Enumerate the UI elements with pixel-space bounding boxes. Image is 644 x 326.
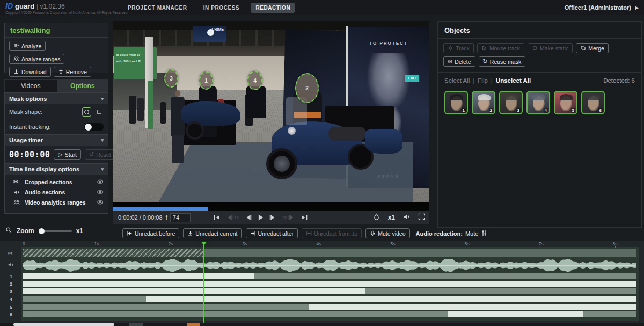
timeline-segment-dark[interactable]	[23, 304, 309, 310]
section-mask-options[interactable]: Mask options▾	[5, 93, 108, 104]
objects-title: Objects	[438, 22, 641, 39]
object-thumbnails: 123456	[438, 89, 641, 117]
target-icon	[448, 45, 453, 51]
player-controls: 0:00:02 / 0:00:08 f 10 10 x1	[113, 211, 429, 224]
object-thumbnail-2[interactable]: 2	[472, 91, 495, 114]
timeline-segment-dark[interactable]	[23, 296, 146, 302]
unredact-before-button[interactable]: Unredact before	[122, 228, 179, 238]
user-menu[interactable]: Officer1 (Administrator) ▶	[565, 0, 639, 15]
mask-shape-circle-button[interactable]	[82, 107, 91, 117]
volume-icon[interactable]	[403, 213, 410, 222]
playhead-handle[interactable]	[201, 242, 207, 245]
delete-button[interactable]: ⊗Delete	[443, 56, 475, 67]
unselect-all-link[interactable]: Unselect All	[496, 77, 531, 84]
skip-to-start-button[interactable]	[214, 214, 221, 221]
audio-waveform[interactable]	[23, 258, 636, 274]
nav-tab-in-process[interactable]: IN PROCESS	[199, 3, 244, 13]
exit-sign: EXIT	[405, 75, 419, 82]
timeline-segment-light[interactable]	[146, 296, 636, 302]
thumbnail-number: 2	[489, 108, 493, 113]
zoom-slider-knob[interactable]	[39, 228, 45, 234]
timeline-segment-light[interactable]	[309, 304, 636, 310]
mask-shape-square-button[interactable]	[94, 107, 104, 117]
analyze-button[interactable]: Analyze	[9, 41, 46, 51]
visibility-eye-icon[interactable]	[97, 199, 104, 206]
frame-forward-button[interactable]	[269, 214, 276, 221]
download-button[interactable]: Download	[9, 67, 51, 77]
timer-reset-button[interactable]: ↺Reset	[85, 149, 115, 160]
timeline-segment-dark[interactable]	[254, 273, 636, 279]
timeline-segment-dark[interactable]	[583, 311, 636, 317]
timeline-segment-solid[interactable]	[203, 249, 636, 257]
mask-opacity-droplet-icon[interactable]	[373, 213, 380, 222]
timeline-playhead[interactable]	[203, 244, 204, 323]
track-row-number: 2	[10, 281, 12, 287]
frame-number-input[interactable]	[170, 213, 191, 222]
back-10-frames-button[interactable]: 10	[226, 214, 239, 221]
timeline-segment-hatch[interactable]	[23, 249, 203, 257]
tab-options[interactable]: Options	[57, 79, 109, 92]
people-icon	[13, 199, 21, 206]
visibility-eye-icon[interactable]	[97, 178, 104, 185]
forward-10-frames-button[interactable]: 10	[282, 214, 295, 221]
merge-button[interactable]: Merge	[576, 43, 609, 53]
audio-filter-sliders-icon[interactable]	[481, 229, 487, 237]
face-mask-1[interactable]: 1	[199, 71, 213, 90]
timeline-segment-dark[interactable]	[365, 288, 636, 294]
track-button[interactable]: Track	[443, 43, 474, 53]
object-thumbnail-1[interactable]: 1	[444, 91, 468, 114]
unredact-current-button[interactable]: Unredact current	[183, 228, 241, 238]
thumbnail-number: 6	[598, 108, 603, 113]
video-viewport[interactable]: at could your ciwith 100 free LP CRIME T…	[113, 21, 429, 207]
face-mask-3[interactable]: 3	[164, 69, 178, 88]
timer-value: 00:00:00	[9, 150, 50, 160]
face-mask-2[interactable]: 2	[295, 73, 319, 103]
object-thumbnail-5[interactable]: 5	[554, 91, 577, 114]
remove-button[interactable]: Remove	[54, 67, 91, 77]
nav-tab-redaction[interactable]: REDACTION	[251, 3, 295, 13]
mute-video-button[interactable]: Mute video	[365, 228, 409, 238]
selection-row: Select All | Flip | Unselect All Detecte…	[438, 73, 641, 89]
timeline-segment-light[interactable]	[23, 281, 636, 287]
unredact-after-button[interactable]: Unredact after	[246, 228, 298, 238]
mask-shape-label: Mask shape:	[9, 108, 42, 115]
delete-circle-icon: ⊗	[448, 59, 452, 64]
face-mask-4[interactable]: 4	[247, 71, 262, 90]
app-logo: IDguard | v1.02.36 Copyright ©2020 Panas…	[5, 2, 127, 15]
logo-text: guard	[15, 2, 34, 10]
analyze-ranges-button[interactable]: Analyze ranges	[9, 54, 64, 64]
zoom-slider[interactable]	[39, 230, 72, 232]
timer-start-button[interactable]: ▷Start	[54, 149, 81, 160]
instant-tracking-toggle[interactable]	[84, 123, 104, 131]
reuse-mask-button[interactable]: ↻Reuse mask	[479, 56, 526, 67]
object-thumbnail-3[interactable]: 3	[499, 91, 523, 114]
section-usage-timer[interactable]: Usage timer▾	[5, 134, 108, 146]
speaker-icon	[8, 262, 14, 270]
playback-speed[interactable]: x1	[388, 214, 395, 221]
copyright-text: Copyright ©2020 Panasonic Corporation of…	[5, 11, 127, 15]
timeline-segment-light[interactable]	[23, 288, 365, 294]
object-thumbnail-4[interactable]: 4	[526, 91, 550, 114]
top-bar: IDguard | v1.02.36 Copyright ©2020 Panas…	[0, 0, 644, 15]
people-icon	[13, 56, 19, 62]
select-all-link[interactable]: Select All	[444, 77, 470, 84]
user-name: Officer1 (Administrator)	[565, 4, 631, 11]
flip-link[interactable]: Flip	[478, 77, 488, 84]
object-thumbnail-6[interactable]: 6	[581, 91, 605, 114]
unredact-from-to-button[interactable]: Unredact from..to	[302, 228, 362, 238]
timeline-segment-light[interactable]	[448, 311, 583, 317]
play-button[interactable]	[257, 214, 264, 221]
timeline-segment-light[interactable]	[23, 273, 254, 279]
fullscreen-icon[interactable]	[418, 213, 425, 222]
section-timeline-display[interactable]: Time line display options▾	[5, 163, 108, 175]
frame-back-button[interactable]	[245, 214, 252, 221]
make-static-button[interactable]: Make static	[528, 43, 573, 53]
skip-to-end-button[interactable]	[301, 214, 308, 221]
mouse-track-button[interactable]: Mouse track	[477, 43, 524, 53]
zoom-value: x1	[76, 227, 83, 235]
tab-videos[interactable]: Videos	[4, 79, 57, 92]
timeline-segment-dark[interactable]	[23, 311, 448, 317]
scrollbar-thumb[interactable]	[13, 323, 114, 326]
visibility-eye-icon[interactable]	[97, 189, 104, 195]
nav-tab-project-manager[interactable]: PROJECT MANAGER	[123, 3, 192, 13]
